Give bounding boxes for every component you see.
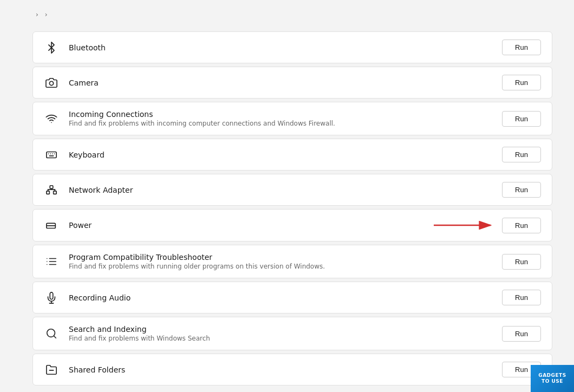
item-right-program-compatibility: Run (502, 254, 541, 270)
item-left-program-compatibility: Program Compatibility Troubleshooter Fin… (44, 253, 325, 270)
troubleshooter-item-keyboard: Keyboard Run (32, 139, 552, 171)
svg-point-0 (49, 81, 53, 85)
breadcrumb: › › (32, 11, 552, 18)
breadcrumb-sep1: › (36, 11, 38, 18)
item-right-incoming-connections: Run (502, 111, 541, 127)
item-text-search-indexing: Search and Indexing Find and fix problem… (69, 325, 210, 342)
item-right-keyboard: Run (502, 147, 541, 162)
run-button-power[interactable]: Run (502, 218, 541, 233)
item-right-camera: Run (502, 75, 541, 90)
troubleshooter-item-incoming-connections: Incoming Connections Find and fix proble… (32, 102, 552, 135)
item-text-power: Power (69, 221, 92, 230)
troubleshooter-item-power: Power (32, 209, 552, 241)
run-button-camera[interactable]: Run (502, 75, 541, 90)
item-left-network-adapter: Network Adapter (44, 182, 133, 198)
run-button-keyboard[interactable]: Run (502, 147, 541, 162)
item-left-power: Power (44, 218, 92, 233)
item-title-power: Power (69, 221, 92, 230)
run-button-recording-audio[interactable]: Run (502, 290, 541, 305)
run-button-search-indexing[interactable]: Run (502, 326, 541, 342)
red-arrow-svg (430, 217, 495, 233)
item-title-network-adapter: Network Adapter (69, 186, 133, 194)
item-right-search-indexing: Run (502, 326, 541, 342)
network-icon (44, 182, 59, 198)
search-icon (44, 326, 59, 341)
item-desc-program-compatibility: Find and fix problems with running older… (69, 263, 325, 270)
red-arrow (430, 217, 495, 233)
camera-icon (44, 75, 59, 90)
item-text-network-adapter: Network Adapter (69, 186, 133, 194)
item-desc-incoming-connections: Find and fix problems with incoming comp… (69, 120, 335, 127)
item-title-camera: Camera (69, 79, 99, 87)
item-right-network-adapter: Run (502, 182, 541, 198)
folder-icon (44, 362, 59, 377)
program-icon (44, 254, 59, 269)
item-left-shared-folders: Shared Folders (44, 362, 125, 377)
svg-rect-9 (50, 185, 53, 188)
run-button-network-adapter[interactable]: Run (502, 182, 541, 198)
item-title-shared-folders: Shared Folders (69, 365, 125, 374)
svg-rect-8 (47, 191, 50, 194)
item-title-search-indexing: Search and Indexing (69, 325, 210, 334)
item-title-incoming-connections: Incoming Connections (69, 110, 335, 119)
item-text-recording-audio: Recording Audio (69, 293, 131, 302)
run-button-bluetooth[interactable]: Run (502, 40, 541, 55)
item-left-incoming-connections: Incoming Connections Find and fix proble… (44, 110, 335, 127)
troubleshooter-item-bluetooth: Bluetooth Run (32, 31, 552, 63)
item-title-bluetooth: Bluetooth (69, 43, 106, 52)
item-text-incoming-connections: Incoming Connections Find and fix proble… (69, 110, 335, 127)
troubleshooter-item-camera: Camera Run (32, 67, 552, 99)
item-left-search-indexing: Search and Indexing Find and fix problem… (44, 325, 210, 342)
item-title-recording-audio: Recording Audio (69, 293, 131, 302)
mic-icon (44, 290, 59, 305)
item-text-camera: Camera (69, 79, 99, 87)
bluetooth-icon (44, 40, 59, 55)
item-text-program-compatibility: Program Compatibility Troubleshooter Fin… (69, 253, 325, 270)
breadcrumb-sep2: › (45, 11, 48, 18)
troubleshooter-item-program-compatibility: Program Compatibility Troubleshooter Fin… (32, 245, 552, 278)
troubleshooter-list: Bluetooth Run Camera (32, 31, 552, 389)
troubleshooter-item-network-adapter: Network Adapter Run (32, 174, 552, 206)
item-right-power: Run (430, 217, 541, 233)
troubleshooter-item-shared-folders: Shared Folders Run (32, 354, 552, 386)
run-button-incoming-connections[interactable]: Run (502, 111, 541, 127)
item-right-bluetooth: Run (502, 40, 541, 55)
wifi-icon (44, 111, 59, 126)
svg-line-28 (54, 336, 56, 338)
item-right-recording-audio: Run (502, 290, 541, 305)
svg-rect-2 (47, 152, 56, 158)
power-icon (44, 218, 59, 233)
run-button-program-compatibility[interactable]: Run (502, 254, 541, 270)
troubleshooter-item-search-indexing: Search and Indexing Find and fix problem… (32, 317, 552, 350)
item-left-bluetooth: Bluetooth (44, 40, 106, 55)
item-title-program-compatibility: Program Compatibility Troubleshooter (69, 253, 325, 262)
svg-rect-10 (54, 191, 57, 194)
watermark: GADGETS TO USE (531, 365, 574, 392)
item-title-keyboard: Keyboard (69, 151, 105, 159)
keyboard-icon (44, 147, 59, 162)
item-text-keyboard: Keyboard (69, 151, 105, 159)
item-text-shared-folders: Shared Folders (69, 365, 125, 374)
item-text-bluetooth: Bluetooth (69, 43, 106, 52)
item-desc-search-indexing: Find and fix problems with Windows Searc… (69, 335, 210, 342)
troubleshooter-item-recording-audio: Recording Audio Run (32, 282, 552, 313)
item-left-recording-audio: Recording Audio (44, 290, 131, 305)
item-left-camera: Camera (44, 75, 99, 90)
item-left-keyboard: Keyboard (44, 147, 105, 162)
